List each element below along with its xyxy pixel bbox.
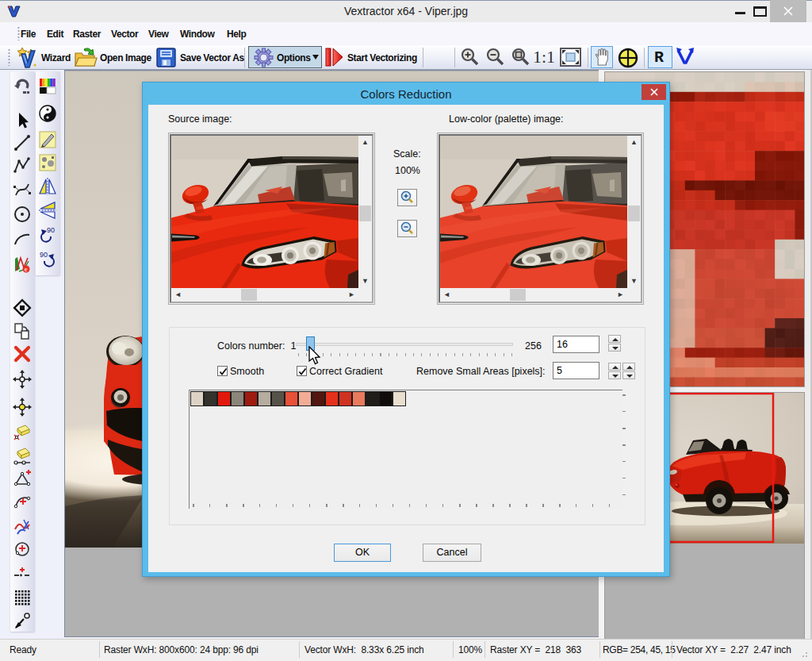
svg-text:90: 90 bbox=[47, 226, 55, 234]
svg-text:e: e bbox=[25, 267, 28, 272]
svg-text:90: 90 bbox=[40, 251, 48, 259]
